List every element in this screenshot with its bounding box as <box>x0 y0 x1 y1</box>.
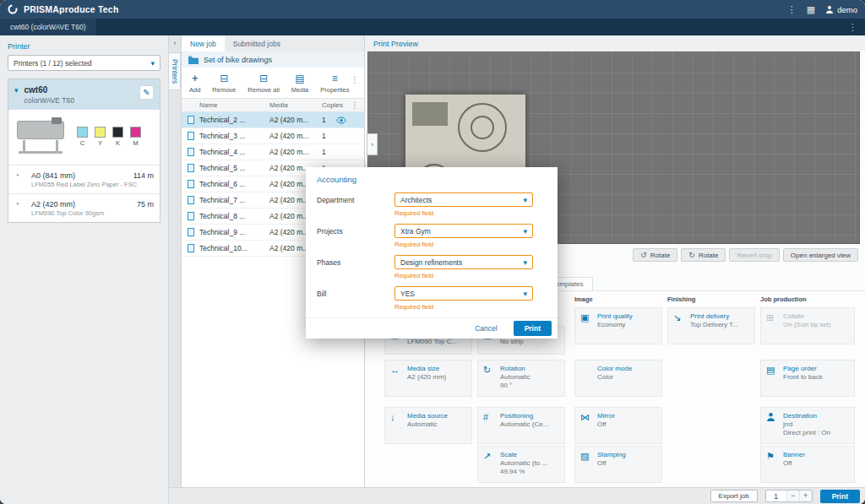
chevron-down-icon: ▾ <box>523 196 527 204</box>
add-button[interactable]: +Add <box>189 73 200 94</box>
select-value: Architects <box>400 196 432 204</box>
edit-printer-button[interactable]: ✎ <box>139 85 154 100</box>
table-menu-icon[interactable]: ⋮ <box>351 100 359 110</box>
export-job-button[interactable]: Export job <box>710 490 758 502</box>
chevron-down-icon: ▾ <box>150 59 155 68</box>
tile-print-delivery[interactable]: ↘ Print delivery Top Delivery T... <box>667 307 755 344</box>
tile-label: Mirror <box>597 412 656 420</box>
remove-all-icon: ⊟ <box>259 73 268 84</box>
document-icon <box>188 244 194 252</box>
vertical-tab-label: Printers <box>171 59 179 84</box>
collapse-panel-icon[interactable]: ‹ <box>169 35 181 47</box>
job-row[interactable]: Technical_2 ... A2 (420 m... 1 <box>182 112 364 128</box>
panel-strip: ‹ Printers <box>169 35 182 487</box>
job-name: Technical_7 ... <box>199 196 269 204</box>
tab-submitted-jobs[interactable]: Submitted jobs <box>225 35 289 51</box>
tile-media-size[interactable]: ↔ Media size A2 (420 mm) <box>384 360 472 397</box>
print-preview-title: Print Preview <box>365 35 865 51</box>
bill-select[interactable]: YES ▾ <box>394 286 533 301</box>
counter-increment-button[interactable]: + <box>799 490 812 502</box>
projects-select[interactable]: Xtra Gym ▾ <box>394 224 533 238</box>
dialog-footer: Cancel Print <box>306 317 558 339</box>
media-roll-row[interactable]: ◔ A2 (420 mm) 75 m LFM090 Top Color 90gs… <box>8 193 160 222</box>
tile-print-quality[interactable]: ▣ Print quality Economy <box>574 307 662 344</box>
chevron-down-icon: ▾ <box>523 290 527 298</box>
tile-stamping[interactable]: ▨ Stamping Off <box>574 446 662 483</box>
dialog-print-button[interactable]: Print <box>514 321 552 336</box>
group-label-job-production: Job production <box>760 295 807 303</box>
properties-button[interactable]: ≡Properties <box>320 73 349 94</box>
revert-crop-button[interactable]: Revert crop <box>729 248 779 262</box>
phases-select[interactable]: Design refinements ▾ <box>394 255 533 269</box>
collate-icon: ⊞ <box>766 312 779 329</box>
tile-value: A2 (420 mm) <box>407 373 466 381</box>
roll-icon: ◔ <box>14 171 28 180</box>
document-icon <box>188 132 194 140</box>
tile-positioning[interactable]: # Positioning Automatic (Ce... <box>477 407 565 444</box>
tile-banner[interactable]: ⚑ Banner Off <box>760 446 855 483</box>
tile-label: Stamping <box>597 451 656 458</box>
tile-media-source[interactable]: ↓ Media source Automatic <box>384 407 472 444</box>
required-hint: Required field <box>394 303 533 311</box>
roll-remaining: 75 m <box>137 200 154 209</box>
tile-collate[interactable]: ⊞ Collate On (Sort by set) <box>760 307 855 344</box>
apps-grid-icon[interactable]: ▦ <box>807 5 815 14</box>
tile-value: Automatic <box>407 420 466 428</box>
remove-button[interactable]: ⊟Remove <box>212 73 236 94</box>
rotate-left-button[interactable]: ↺Rotate <box>633 248 677 262</box>
vertical-tab-printers[interactable]: Printers <box>169 52 181 90</box>
tile-mirror[interactable]: ⋈ Mirror Off <box>574 407 662 444</box>
required-hint: Required field <box>394 241 533 248</box>
column-media[interactable]: Media <box>269 101 322 109</box>
toner-black: K <box>112 127 123 147</box>
tile-value: Economy <box>597 321 656 328</box>
printer-select[interactable]: Printers (1 / 12) selected ▾ <box>8 55 160 71</box>
toolbar-menu-icon[interactable]: ⋮ <box>351 75 359 84</box>
tab-bar-menu-icon[interactable]: ⋮ <box>848 23 857 32</box>
positioning-icon: # <box>483 412 496 429</box>
field-label: Department <box>317 196 394 204</box>
user-icon <box>825 5 834 14</box>
department-select[interactable]: Architects ▾ <box>394 192 533 207</box>
tile-destination[interactable]: Destination jrrd Direct print : On <box>760 407 855 444</box>
printer-image <box>15 117 68 156</box>
column-name[interactable]: Name <box>199 101 269 109</box>
required-hint: Required field <box>394 272 533 279</box>
tile-label: Destination <box>783 412 849 420</box>
job-row[interactable]: Technical_3 ... A2 (420 m... 1 <box>182 128 364 144</box>
document-tab[interactable]: cwt60 (colorWAVE T60) <box>0 19 96 35</box>
tile-value: Off <box>597 420 656 428</box>
job-name: Technical_3 ... <box>199 132 269 140</box>
tile-page-order[interactable]: ▤ Page order Front to back <box>760 360 855 397</box>
counter-decrement-button[interactable]: − <box>786 490 799 502</box>
roll-size: A0 (841 mm) <box>31 171 130 180</box>
expand-panel-handle[interactable]: › <box>367 133 378 155</box>
remove-all-button[interactable]: ⊟Remove all <box>248 73 280 94</box>
media-roll-row[interactable]: ◔ A0 (841 mm) 114 m LFM055 Red Label Zer… <box>8 165 160 193</box>
counter-value[interactable]: 1 <box>766 492 786 501</box>
tile-scale[interactable]: ↗ Scale Automatic (to ... 49.94 % <box>477 446 565 483</box>
print-button[interactable]: Print <box>820 490 860 503</box>
tile-color-mode[interactable]: Color mode Color <box>574 360 662 397</box>
job-row[interactable]: Technical_4 ... A2 (420 m... 1 <box>182 144 364 160</box>
user-menu[interactable]: demo <box>825 5 857 14</box>
roll-media: LFM055 Red Label Zero Paper - FSC <box>31 181 154 188</box>
column-copies[interactable]: Copies <box>322 101 347 109</box>
chevron-right-icon: › <box>371 140 373 149</box>
eye-icon[interactable] <box>336 117 346 126</box>
job-set-header[interactable]: Set of bike drawings <box>182 51 364 68</box>
banner-icon: ⚑ <box>766 451 779 468</box>
overflow-menu-icon[interactable]: ⋮ <box>787 5 797 14</box>
media-button[interactable]: ▤Media <box>291 73 308 94</box>
tab-new-job[interactable]: New job <box>182 35 225 51</box>
rotate-right-button[interactable]: ↻Rotate <box>681 248 726 262</box>
document-icon <box>188 212 194 220</box>
open-enlarged-view-button[interactable]: Open enlarged view <box>783 248 858 262</box>
job-name: Technical_10... <box>199 244 269 252</box>
tile-rotation[interactable]: ↻ Rotation Automatic 90 ° <box>477 360 565 397</box>
printer-card-header[interactable]: ▾ cwt60 colorWAVE T60 ✎ <box>8 79 160 110</box>
accounting-dialog: Accounting Department Architects ▾ Requi… <box>306 167 558 339</box>
cancel-button[interactable]: Cancel <box>470 323 502 333</box>
tile-label: Media source <box>407 412 466 420</box>
job-name: Technical_2 ... <box>199 116 269 124</box>
